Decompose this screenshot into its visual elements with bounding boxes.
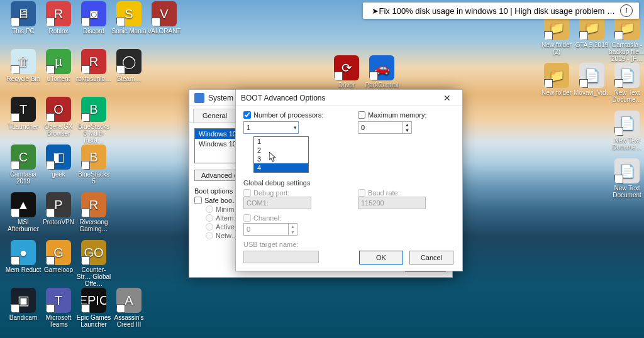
num-processors-combobox[interactable]: 1 ▾ <box>243 121 299 134</box>
app-icon: R <box>81 192 106 217</box>
desktop-icon[interactable]: 📁Camtasia - backup file… 2019 - [F… <box>609 15 644 62</box>
icon-label: This PC <box>5 28 42 35</box>
icon-label: Assassin's Creed III <box>111 314 147 328</box>
icon-label: Opera GX Browser <box>40 123 77 137</box>
dropdown-option[interactable]: 4 <box>254 163 308 172</box>
desktop-icon[interactable]: CCamtasia 2019 <box>5 144 42 185</box>
desktop-icon[interactable]: 📄New Text Docume… <box>609 63 644 103</box>
icon-label: Microsoft Teams <box>40 314 77 328</box>
desktop-icon[interactable]: 📄Movavi_Vid… <box>574 63 610 96</box>
icon-label: uTorrent <box>40 75 77 82</box>
max-memory-spinner[interactable]: 0 ▲▼ <box>358 121 455 134</box>
video-title-banner: ➤Fix 100% disk usage in windows 10 | Hig… <box>363 3 639 19</box>
tab-general[interactable]: General <box>193 109 236 123</box>
app-icon: 📁 <box>614 15 640 40</box>
desktop-icon[interactable]: 📄New Text Document <box>609 158 644 199</box>
desktop-icon[interactable]: SSonic Mania <box>111 1 147 35</box>
desktop-icon[interactable]: 📁New folder (2) <box>538 15 575 55</box>
desktop-icon[interactable]: ▣Bandicam <box>5 288 42 321</box>
app-icon: ▣ <box>11 288 36 313</box>
desktop-icon[interactable]: TMicrosoft Teams <box>40 288 77 328</box>
spinner-arrows[interactable]: ▲▼ <box>403 121 412 134</box>
icon-label: Roblox <box>40 28 77 35</box>
desktop-icon[interactable]: ◧geek <box>40 144 77 178</box>
global-debug-label: Global debug settings <box>243 179 455 187</box>
channel-spinner: 0 ▲▼ <box>243 223 455 236</box>
app-icon: 📄 <box>579 63 604 88</box>
app-icon: 📁 <box>544 15 569 40</box>
desktop-icon[interactable]: 🖥This PC <box>5 1 42 35</box>
icon-label: ProtonVPN <box>40 219 77 226</box>
desktop-icon[interactable]: 📁New folder <box>538 63 575 96</box>
usb-target-field <box>243 251 319 263</box>
desktop-icon[interactable]: 🗑Recycle Bin <box>5 49 42 82</box>
desktop-icon[interactable]: ▲MSI Afterburner <box>5 192 42 232</box>
desktop-icon[interactable]: Rrbxfpsunlo… <box>75 49 112 82</box>
num-processors-dropdown[interactable]: 1 2 3 4 <box>253 136 309 173</box>
desktop-icon[interactable]: TTLauncher <box>5 97 42 130</box>
desktop-icon[interactable]: ◯Steam… <box>111 49 147 82</box>
icon-label: Sonic Mania <box>111 28 147 35</box>
icon-label: MSI Afterburner <box>5 219 42 232</box>
app-icon: R <box>46 1 71 26</box>
desktop-icon[interactable]: ●Mem Reduct <box>5 240 42 273</box>
app-icon: ◧ <box>46 144 71 170</box>
app-icon: 📄 <box>614 63 640 88</box>
icon-label: New folder <box>538 89 575 96</box>
icon-label: GTA 5 2019 <box>574 41 610 48</box>
app-icon: T <box>46 288 71 313</box>
app-icon: C <box>11 144 36 170</box>
desktop-icon[interactable]: GGameloop <box>40 240 77 273</box>
banner-text: ➤Fix 100% disk usage in windows 10 | Hig… <box>372 6 615 16</box>
app-icon: V <box>152 1 177 26</box>
info-icon[interactable]: i <box>620 4 633 17</box>
spinner-arrows: ▲▼ <box>289 223 297 236</box>
desktop-icon[interactable]: 📄New Text Docume… <box>609 111 644 151</box>
num-processors-checkbox[interactable]: Number of processors: <box>243 111 340 119</box>
desktop-icon[interactable]: ◙Discord <box>75 1 112 35</box>
app-icon: R <box>81 49 106 74</box>
bao-titlebar[interactable]: BOOT Advanced Options ✕ <box>236 90 462 106</box>
icon-label: BlueStacks 5 Multi-Insta… <box>75 123 112 144</box>
max-memory-checkbox[interactable]: Maximum memory: <box>358 111 455 119</box>
ok-button[interactable]: OK <box>359 251 403 264</box>
cancel-button[interactable]: Cancel <box>409 251 453 264</box>
desktop-icon[interactable]: GOCounter-Str… Global Offe… <box>75 240 112 287</box>
desktop-icon[interactable]: RRiversong Gaming… <box>75 192 112 232</box>
usb-target-label: USB target name: <box>243 241 455 248</box>
dropdown-option[interactable]: 3 <box>254 155 308 163</box>
dropdown-option[interactable]: 1 <box>254 137 308 146</box>
app-icon: T <box>11 97 36 122</box>
desktop-icon[interactable]: AAssassin's Creed III <box>111 288 147 328</box>
dropdown-option[interactable]: 2 <box>254 146 308 155</box>
desktop-icon[interactable]: BBlueStacks 5 <box>75 144 112 185</box>
app-icon: EPIC <box>81 288 106 313</box>
app-icon: 📄 <box>614 111 640 136</box>
app-icon: ● <box>11 240 36 265</box>
app-icon: 📁 <box>544 63 569 88</box>
icon-label: Recycle Bin <box>5 75 42 82</box>
app-icon: B <box>81 144 106 170</box>
icon-label: Gameloop <box>40 266 77 273</box>
icon-label: Counter-Str… Global Offe… <box>75 266 112 287</box>
desktop-icon[interactable]: µuTorrent <box>40 49 77 82</box>
app-icon: S <box>116 1 142 26</box>
msconfig-icon <box>194 93 204 103</box>
desktop-icon[interactable]: PProtonVPN <box>40 192 77 226</box>
icon-label: BlueStacks 5 <box>75 171 112 185</box>
desktop-icon[interactable]: 📁GTA 5 2019 <box>574 15 610 48</box>
app-icon: ◙ <box>81 1 106 26</box>
desktop-icon[interactable]: BBlueStacks 5 Multi-Insta… <box>75 97 112 144</box>
desktop-icon[interactable]: OOpera GX Browser <box>40 97 77 137</box>
icon-label: Movavi_Vid… <box>574 89 610 96</box>
desktop-icon[interactable]: RRoblox <box>40 1 77 35</box>
app-icon: 📄 <box>614 158 640 183</box>
desktop-icon[interactable]: 🚗ParkControl <box>364 55 400 89</box>
icon-label: Riversong Gaming… <box>75 219 112 232</box>
desktop-icon[interactable]: EPICEpic Games Launcher <box>75 288 112 328</box>
app-icon: B <box>81 97 106 122</box>
icon-label: Steam… <box>111 75 147 82</box>
close-icon[interactable]: ✕ <box>435 91 460 105</box>
icon-label: TLauncher <box>5 123 42 130</box>
desktop-icon[interactable]: VVALORANT <box>146 1 182 35</box>
